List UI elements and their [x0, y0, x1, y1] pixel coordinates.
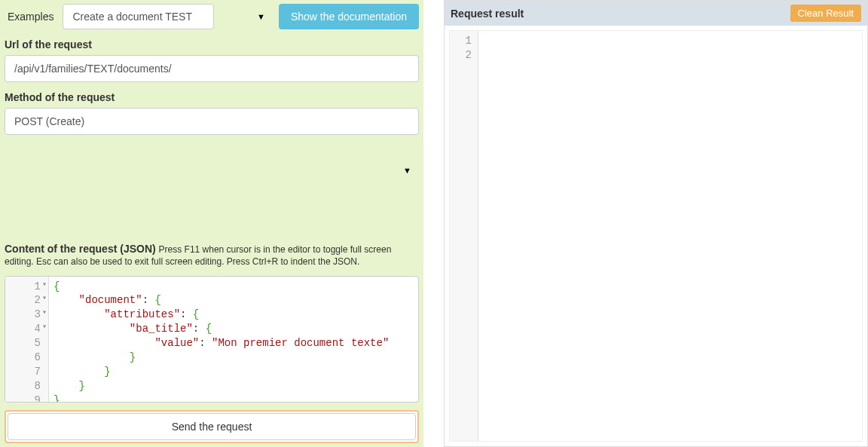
- clean-result-button[interactable]: Clean Result: [790, 5, 861, 22]
- result-title: Request result: [451, 8, 524, 20]
- result-content[interactable]: [478, 31, 862, 441]
- url-input[interactable]: [5, 55, 419, 82]
- examples-select[interactable]: Create a document TEST: [63, 4, 214, 29]
- result-body: 12: [449, 30, 863, 442]
- content-label-text: Content of the request (JSON): [5, 243, 156, 255]
- chevron-down-icon: ▼: [403, 166, 411, 175]
- json-editor[interactable]: 1▾2▾3▾4▾5 6 7 8 9 { "document": { "attri…: [5, 276, 419, 403]
- examples-select-wrap: Create a document TEST ▼: [63, 4, 272, 29]
- result-panel: Request result Clean Result 12: [444, 0, 868, 447]
- result-header: Request result Clean Result: [445, 1, 867, 26]
- method-label: Method of the request: [5, 91, 419, 103]
- examples-label: Examples: [5, 6, 57, 27]
- editor-code[interactable]: { "document": { "attributes": { "ba_titl…: [49, 277, 418, 403]
- method-select[interactable]: POST (Create): [5, 108, 419, 135]
- request-form-panel: Examples Create a document TEST ▼ Show t…: [0, 0, 423, 447]
- content-label: Content of the request (JSON) Press F11 …: [5, 243, 419, 267]
- show-documentation-button[interactable]: Show the documentation: [279, 4, 419, 29]
- editor-gutter: 1▾2▾3▾4▾5 6 7 8 9: [5, 277, 49, 403]
- send-request-button[interactable]: Send the request: [8, 413, 416, 440]
- toolbar: Examples Create a document TEST ▼ Show t…: [5, 4, 419, 29]
- chevron-down-icon: ▼: [257, 12, 265, 21]
- method-select-wrap: POST (Create) ▼: [5, 108, 419, 234]
- send-row: Send the request: [5, 410, 419, 443]
- url-label: Url of the request: [5, 38, 419, 51]
- result-gutter: 12: [450, 31, 478, 441]
